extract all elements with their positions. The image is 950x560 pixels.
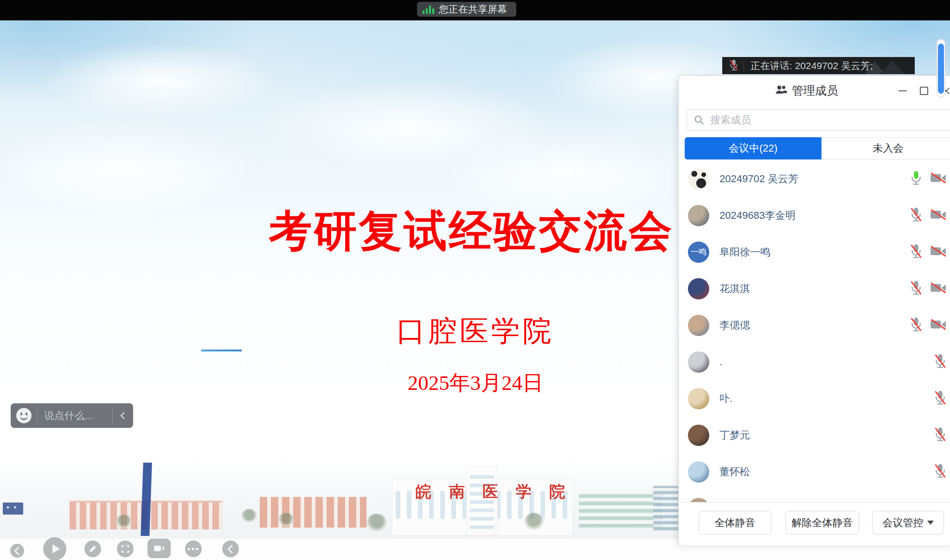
speaking-text: 正在讲话: 20249702 吴云芳;	[751, 59, 873, 72]
member-row[interactable]: 花淇淇	[679, 270, 950, 307]
members-panel: 管理成员 会议中(22) 未入会 20249702 吴云芳	[678, 75, 950, 545]
panel-header: 管理成员	[679, 76, 950, 103]
member-row[interactable]: 卟.	[679, 380, 950, 417]
cloud	[28, 39, 288, 122]
camera-tool-button[interactable]	[148, 539, 171, 558]
slide-title: 考研复试经验交流会	[260, 202, 683, 261]
search-icon	[693, 115, 705, 126]
member-row[interactable]	[679, 490, 950, 502]
campus-building	[260, 497, 366, 528]
slide-subtitle: 口腔医学院	[325, 312, 626, 350]
search-input[interactable]	[709, 114, 950, 127]
member-name: 卟.	[719, 392, 934, 406]
member-row[interactable]: 李偲偲	[679, 307, 950, 344]
campus-building	[579, 490, 662, 528]
avatar	[688, 351, 709, 373]
unmute-all-button[interactable]: 解除全体静音	[785, 511, 859, 535]
tab-in-meeting[interactable]: 会议中(22)	[685, 137, 822, 159]
mic-status-icon[interactable]	[934, 426, 947, 444]
member-name: 丁梦元	[719, 428, 934, 442]
search-box	[687, 109, 950, 131]
member-name: .	[719, 356, 934, 368]
members-icon	[775, 85, 787, 97]
sharing-label: 您正在共享屏幕	[439, 3, 507, 16]
avatar	[688, 425, 709, 446]
camera-status-icon[interactable]	[930, 282, 947, 296]
member-row[interactable]: 一鸣 阜阳徐一鸣	[679, 234, 950, 270]
panel-title: 管理成员	[792, 83, 838, 98]
tab-not-joined[interactable]: 未入会	[822, 137, 950, 159]
slide-date: 2025年3月24日	[325, 369, 626, 397]
meeting-control-button[interactable]: 会议管控	[872, 511, 944, 535]
camera-status-icon[interactable]	[930, 245, 947, 259]
prev-slide-button[interactable]	[10, 544, 24, 558]
tab-bar: 会议中(22) 未入会	[685, 137, 950, 159]
tree	[524, 513, 544, 530]
meeting-screen: 您正在共享屏幕 考研复试经验交流会 口腔医学院 2025年3月24日 皖南医学院	[0, 0, 950, 560]
mic-status-icon[interactable]	[910, 280, 923, 297]
panel-footer: 全体静音 解除全体静音 会议管控	[679, 502, 950, 545]
mute-all-button[interactable]: 全体静音	[699, 511, 771, 535]
top-bar: 您正在共享屏幕	[0, 0, 950, 20]
chat-collapse-button[interactable]	[113, 413, 133, 418]
more-options-button[interactable]: •••	[185, 541, 202, 557]
pen-annotate-button[interactable]	[84, 541, 101, 557]
mic-status-icon[interactable]	[910, 243, 923, 261]
avatar	[688, 388, 709, 409]
chevron-down-icon	[927, 521, 934, 525]
tree	[366, 514, 387, 532]
mic-status-icon[interactable]	[934, 353, 947, 370]
avatar	[688, 205, 709, 226]
mic-status-icon[interactable]	[934, 390, 947, 407]
collapse-toolbar-button[interactable]	[222, 541, 239, 557]
maximize-button[interactable]	[919, 86, 929, 96]
sharing-signal-icon	[423, 5, 434, 14]
tree	[241, 509, 257, 523]
muted-mic-icon	[729, 59, 739, 73]
tree	[116, 515, 132, 528]
member-name: 董怀松	[719, 465, 934, 479]
mic-status-icon[interactable]	[934, 463, 947, 480]
avatar	[688, 315, 709, 336]
mic-status-icon[interactable]	[910, 207, 923, 224]
road-sign	[3, 503, 23, 515]
avatar	[688, 498, 709, 503]
camera-status-icon[interactable]	[930, 318, 947, 332]
avatar	[688, 168, 709, 190]
mic-status-icon[interactable]	[910, 317, 923, 334]
member-row[interactable]: 20249683李金明	[679, 197, 950, 234]
expand-button[interactable]	[117, 541, 134, 557]
speaking-banner: 正在讲话: 20249702 吴云芳;	[722, 57, 915, 74]
screen-sharing-pill[interactable]: 您正在共享屏幕	[417, 2, 516, 17]
building-sign-text: 皖南医学院	[398, 481, 571, 503]
member-list: 20249702 吴云芳 20249683李	[679, 160, 950, 502]
member-row[interactable]: 丁梦元	[679, 417, 950, 453]
divider	[744, 61, 744, 71]
chat-quick-bar: 说点什么...	[11, 403, 133, 428]
avatar	[688, 278, 709, 299]
camera-status-icon[interactable]	[930, 172, 947, 186]
member-name: 20249683李金明	[719, 209, 910, 223]
minimize-button[interactable]	[898, 86, 908, 96]
member-row[interactable]: 20249702 吴云芳	[679, 160, 950, 197]
cloud	[0, 113, 278, 224]
member-name: 20249702 吴云芳	[719, 172, 910, 186]
chat-input[interactable]: 说点什么...	[38, 409, 112, 423]
member-row[interactable]: .	[679, 344, 950, 380]
play-button[interactable]	[43, 537, 66, 560]
member-name: 李偲偲	[719, 318, 910, 332]
tree	[278, 513, 294, 527]
member-name: 阜阳徐一鸣	[719, 245, 910, 259]
emoji-icon[interactable]	[16, 408, 32, 423]
camera-status-icon[interactable]	[930, 209, 947, 223]
slide-underline	[201, 350, 242, 351]
member-row[interactable]: 董怀松	[679, 453, 950, 490]
avatar: 一鸣	[688, 242, 709, 263]
mic-status-icon[interactable]	[910, 170, 923, 187]
avatar	[688, 461, 709, 483]
campus-building	[653, 486, 678, 530]
member-name: 花淇淇	[719, 282, 910, 296]
scrollbar[interactable]	[937, 39, 945, 97]
scrollbar-thumb[interactable]	[938, 44, 944, 94]
